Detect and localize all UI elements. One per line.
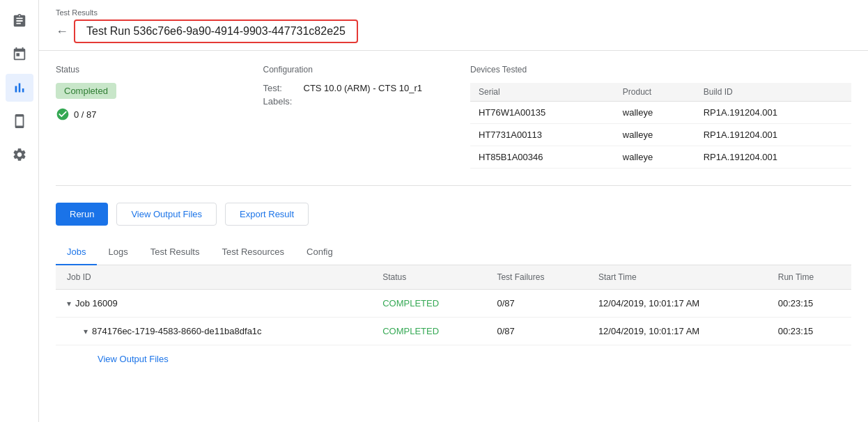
jobs-table-body: ▾Job 16009 COMPLETED 0/87 12/04/2019, 10… xyxy=(56,290,851,345)
sub-job-runtime: 00:23:15 xyxy=(767,318,851,345)
devices-col-buildid: Build ID xyxy=(695,83,851,102)
tab-config[interactable]: Config xyxy=(295,240,344,265)
status-section: Status Completed 0 / 87 xyxy=(56,65,263,169)
jobs-col-start: Start Time xyxy=(587,265,767,290)
device-serial: HT7731A00113 xyxy=(470,124,614,146)
config-test: Test: CTS 10.0 (ARM) - CTS 10_r1 xyxy=(263,83,454,93)
rerun-button[interactable]: Rerun xyxy=(56,203,108,226)
sidebar-item-calendar[interactable] xyxy=(6,40,33,68)
devices-col-product: Product xyxy=(614,83,695,102)
tab-test-results[interactable]: Test Results xyxy=(139,240,211,265)
table-row: HT7731A00113 walleye RP1A.191204.001 xyxy=(470,124,851,146)
devices-table: Serial Product Build ID HT76W1A00135 wal… xyxy=(470,83,851,169)
config-section-title: Configuration xyxy=(263,65,454,75)
export-result-button[interactable]: Export Result xyxy=(225,203,309,226)
pass-count-value: 0 / 87 xyxy=(74,109,97,120)
view-output-button[interactable]: View Output Files xyxy=(116,203,217,226)
config-test-value: CTS 10.0 (ARM) - CTS 10_r1 xyxy=(304,83,423,93)
main-content: Test Results ← Test Run 536c76e6-9a90-49… xyxy=(39,0,868,422)
devices-section-title: Devices Tested xyxy=(470,65,851,75)
content-area: Status Completed 0 / 87 Configuration Te… xyxy=(39,51,868,386)
title-row: ← Test Run 536c76e6-9a90-4914-9903-44773… xyxy=(56,19,851,50)
device-buildid: RP1A.191204.001 xyxy=(695,124,851,146)
sub-job-failures: 0/87 xyxy=(486,318,587,345)
sidebar-item-phone[interactable] xyxy=(6,107,33,135)
info-row: Status Completed 0 / 87 Configuration Te… xyxy=(56,65,851,186)
jobs-col-failures: Test Failures xyxy=(486,265,587,290)
tab-jobs[interactable]: Jobs xyxy=(56,240,97,265)
device-serial: HT76W1A00135 xyxy=(470,102,614,124)
tabs: Jobs Logs Test Results Test Resources Co… xyxy=(56,240,851,265)
devices-table-header: Serial Product Build ID xyxy=(470,83,851,102)
device-product: walleye xyxy=(614,102,695,124)
devices-section: Devices Tested Serial Product Build ID H… xyxy=(470,65,851,169)
devices-table-body: HT76W1A00135 walleye RP1A.191204.001 HT7… xyxy=(470,102,851,169)
action-buttons: Rerun View Output Files Export Result xyxy=(56,203,851,226)
test-run-id: Test Run 536c76e6-9a90-4914-9903-447731c… xyxy=(74,19,358,43)
sidebar-item-chart[interactable] xyxy=(6,74,33,102)
job-id: ▾Job 16009 xyxy=(56,290,371,318)
device-product: walleye xyxy=(614,124,695,146)
jobs-col-runtime: Run Time xyxy=(767,265,851,290)
status-section-title: Status xyxy=(56,65,247,75)
device-buildid: RP1A.191204.001 xyxy=(695,146,851,169)
status-badge: Completed xyxy=(56,83,116,99)
device-buildid: RP1A.191204.001 xyxy=(695,102,851,124)
devices-col-serial: Serial xyxy=(470,83,614,102)
pass-count: 0 / 87 xyxy=(56,107,247,121)
config-section: Configuration Test: CTS 10.0 (ARM) - CTS… xyxy=(263,65,471,169)
job-failures: 0/87 xyxy=(486,290,587,318)
tab-logs[interactable]: Logs xyxy=(97,240,139,265)
table-row: ▾874176ec-1719-4583-8660-de11ba8dfa1c CO… xyxy=(56,318,851,345)
table-row: ▾Job 16009 COMPLETED 0/87 12/04/2019, 10… xyxy=(56,290,851,318)
page-header: Test Results ← Test Run 536c76e6-9a90-49… xyxy=(39,0,868,51)
sidebar-item-clipboard[interactable] xyxy=(6,7,33,35)
back-button[interactable]: ← xyxy=(56,24,68,39)
jobs-col-status: Status xyxy=(371,265,486,290)
jobs-table: Job ID Status Test Failures Start Time R… xyxy=(56,265,851,345)
sidebar xyxy=(0,0,39,422)
job-status: COMPLETED xyxy=(371,290,486,318)
config-test-label: Test: xyxy=(263,83,298,93)
tab-test-resources[interactable]: Test Resources xyxy=(210,240,295,265)
table-row: HT76W1A00135 walleye RP1A.191204.001 xyxy=(470,102,851,124)
jobs-table-header: Job ID Status Test Failures Start Time R… xyxy=(56,265,851,290)
config-labels: Labels: xyxy=(263,96,454,107)
device-serial: HT85B1A00346 xyxy=(470,146,614,169)
job-runtime: 00:23:15 xyxy=(767,290,851,318)
sub-job-status: COMPLETED xyxy=(371,318,486,345)
check-circle-icon xyxy=(56,107,70,121)
config-labels-label: Labels: xyxy=(263,96,298,107)
table-row: HT85B1A00346 walleye RP1A.191204.001 xyxy=(470,146,851,169)
sub-job-id: ▾874176ec-1719-4583-8660-de11ba8dfa1c xyxy=(56,318,371,345)
sub-job-start: 12/04/2019, 10:01:17 AM xyxy=(587,318,767,345)
jobs-col-id: Job ID xyxy=(56,265,371,290)
view-output-link[interactable]: View Output Files xyxy=(56,345,851,373)
device-product: walleye xyxy=(614,146,695,169)
job-start: 12/04/2019, 10:01:17 AM xyxy=(587,290,767,318)
breadcrumb: Test Results xyxy=(56,8,851,17)
sidebar-item-settings[interactable] xyxy=(6,141,33,169)
